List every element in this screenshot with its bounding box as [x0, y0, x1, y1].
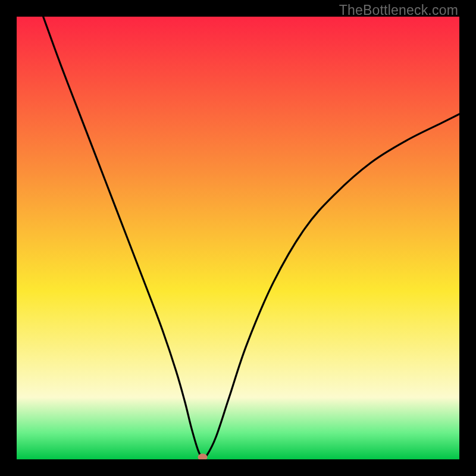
chart-frame — [17, 17, 459, 459]
watermark-text: TheBottleneck.com — [339, 2, 458, 18]
gradient-background — [17, 17, 459, 459]
chart-svg — [17, 17, 459, 459]
